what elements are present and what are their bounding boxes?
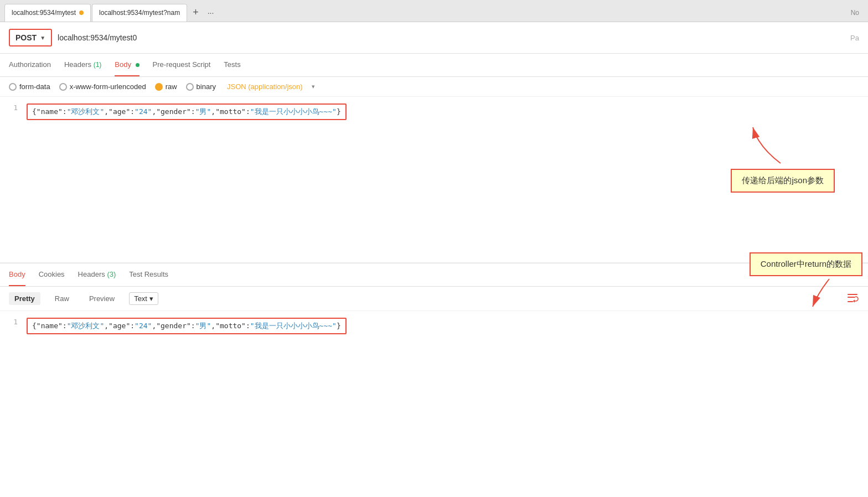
request-json-box: {"name":"邓沙利文","age":"24","gender":"男","… [27,103,347,120]
headers-badge: (1) [94,61,102,69]
binary-option[interactable]: binary [186,82,216,91]
tab-2-label: localhost:9534/mytest?nam [99,9,180,17]
res-headers-badge: (3) [107,270,116,278]
urlencoded-radio[interactable] [59,83,67,91]
req-json-name-val: "邓沙利文" [67,107,105,116]
res-callout-box: Controller中return的数据 [750,252,862,276]
browser-tab-bar: localhost:9534/mytest localhost:9534/myt… [0,0,868,22]
urlencoded-label: x-www-form-urlencoded [70,82,146,91]
json-type-dropdown-arrow[interactable]: ▾ [312,83,315,90]
res-tab-headers[interactable]: Headers (3) [78,263,116,286]
tab-pre-request[interactable]: Pre-request Script [153,54,211,76]
res-tabs-wrapper: Body Cookies Headers (3) Test Results Co… [0,263,868,287]
form-data-option[interactable]: form-data [9,82,50,91]
text-dropdown[interactable]: Text ▾ [129,292,158,305]
req-callout-box: 传递给后端的json参数 [731,169,835,193]
add-tab-button[interactable]: + [188,7,203,18]
method-label: POST [16,33,37,42]
response-code-area[interactable]: 1 {"name":"邓沙利文","age":"24","gender":"男"… [0,311,868,344]
method-button[interactable]: POST ▼ [9,29,52,46]
request-tabs: Authorization Headers (1) Body Pre-reque… [0,54,868,77]
tab-1-dot [79,11,84,15]
urlencoded-option[interactable]: x-www-form-urlencoded [59,82,146,91]
send-area: Pa [845,34,859,42]
response-section: Body Cookies Headers (3) Test Results Co… [0,263,868,344]
json-type-selector[interactable]: JSON (application/json) [227,82,303,91]
url-bar-row: POST ▼ Pa [0,22,868,54]
form-data-label: form-data [19,82,50,91]
tab-body[interactable]: Body [115,54,139,76]
body-active-dot [136,63,140,67]
res-tab-cookies[interactable]: Cookies [39,263,65,286]
binary-radio[interactable] [186,83,194,91]
req-annotation-wrapper: 传递给后端的json参数 [731,125,835,193]
tab-authorization[interactable]: Authorization [9,54,51,76]
res-line-number: 1 [0,315,22,340]
raw-radio[interactable] [155,83,163,91]
res-format-row: Pretty Raw Preview Text ▾ [0,287,868,311]
tab-1-label: localhost:9534/mytest [12,9,76,17]
res-code-content: {"name":"邓沙利文","age":"24","gender":"男","… [22,315,868,340]
url-input[interactable] [58,33,839,42]
res-annotation-wrapper: Controller中return的数据 [750,252,862,309]
req-arrow-svg [747,125,814,169]
corner-label: No [851,9,864,17]
format-pretty-button[interactable]: Pretty [9,292,40,305]
response-tabs: Body Cookies Headers (3) Test Results [0,263,868,287]
tab-tests[interactable]: Tests [224,54,240,76]
more-tabs-button[interactable]: ··· [203,8,219,17]
text-dropdown-label: Text [134,294,147,303]
body-type-row: form-data x-www-form-urlencoded raw bina… [0,77,868,97]
binary-label: binary [197,82,216,91]
format-preview-button[interactable]: Preview [84,292,120,305]
res-tab-test-results[interactable]: Test Results [129,263,168,286]
res-json-box: {"name":"邓沙利文","age":"24","gender":"男","… [27,318,347,334]
res-tab-body[interactable]: Body [9,263,25,286]
tab-1[interactable]: localhost:9534/mytest [4,4,91,22]
form-data-radio[interactable] [9,83,17,91]
raw-label: raw [166,82,177,91]
line-number-1: 1 [0,101,22,247]
main-content: POST ▼ Pa Authorization Headers (1) Body… [0,22,868,497]
tab-headers[interactable]: Headers (1) [64,54,101,76]
request-editor-section: 1 {"name":"邓沙利文","age":"24","gender":"男"… [0,97,868,263]
res-arrow-svg [807,276,862,309]
format-raw-button[interactable]: Raw [49,292,75,305]
req-json-key: {"name": [32,107,67,116]
raw-option[interactable]: raw [155,82,177,91]
method-dropdown-arrow: ▼ [40,35,45,41]
text-dropdown-arrow: ▾ [149,294,153,303]
tab-2[interactable]: localhost:9534/mytest?nam [92,4,187,22]
